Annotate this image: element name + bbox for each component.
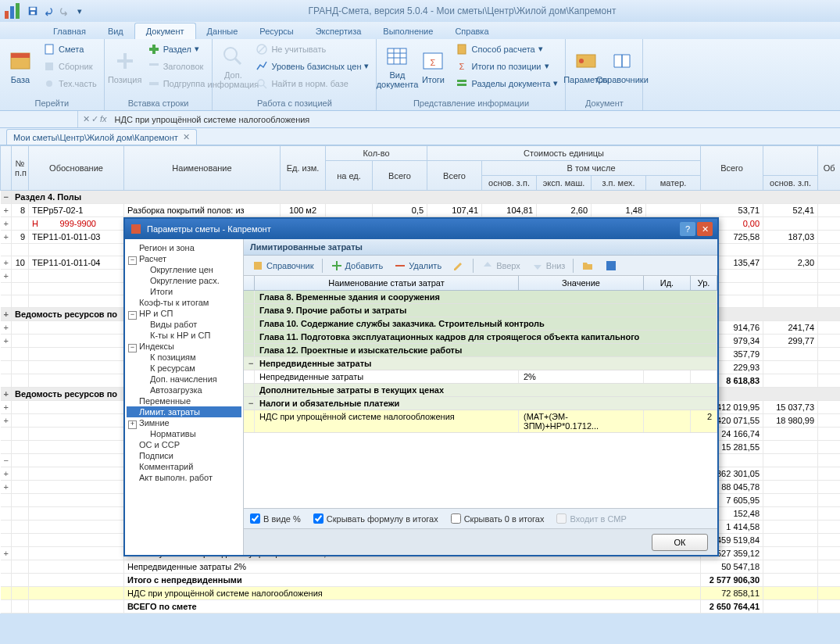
tree-zimnie[interactable]: Зимние (127, 417, 241, 428)
expand-toggle[interactable]: + (1, 414, 12, 428)
add-button[interactable]: Добавить (327, 258, 387, 274)
baza-button[interactable]: База (3, 41, 38, 92)
tree-ktynr[interactable]: К-ты к НР и СП (127, 330, 241, 341)
tree-itogi[interactable]: Итоги (127, 286, 241, 297)
ribbon-tabs: Главная Вид Документ Данные Ресурсы Эксп… (0, 22, 840, 39)
name-box[interactable] (0, 111, 78, 127)
dopinfo-button[interactable]: Доп. информация (216, 41, 250, 92)
path-tab[interactable]: Мои сметы\Центр\Жилой дом\Капремонт ✕ (6, 129, 197, 145)
itogi-button[interactable]: Σ Итоги (416, 41, 450, 92)
tree-kres[interactable]: К ресурсам (127, 363, 241, 374)
tech-button[interactable]: Тех.часть (39, 75, 101, 91)
tab-expertise[interactable]: Экспертиза (305, 23, 373, 39)
naiti-button[interactable]: Найти в норм. базе (252, 75, 373, 91)
edit-button[interactable] (449, 258, 468, 274)
tree-dopnach[interactable]: Доп. начисления (127, 374, 241, 385)
tree-komm[interactable]: Комментарий (127, 461, 241, 472)
redo-icon[interactable] (57, 4, 71, 18)
podgruppa-button[interactable]: Подгруппа (144, 75, 209, 91)
accept-icon[interactable]: ✓ (91, 114, 98, 124)
dialog-grid-header: Наименование статьи затрат Значение Ид. … (244, 276, 717, 291)
expand-toggle[interactable]: + (1, 388, 12, 401)
expand-toggle[interactable]: + (1, 256, 12, 270)
tree-norm[interactable]: Нормативы (127, 428, 241, 439)
expand-toggle[interactable]: + (1, 308, 12, 321)
expand-toggle[interactable]: + (1, 321, 12, 335)
dialog-grid-body[interactable]: Глава 8. Временные здания и сооружения Г… (244, 291, 717, 508)
sbornik-button[interactable]: Сборник (39, 58, 101, 74)
sprav-button[interactable]: Справочник (248, 258, 317, 274)
expand-toggle[interactable]: − (1, 191, 12, 204)
down-button[interactable]: Вниз (528, 258, 569, 274)
tree-okrcen[interactable]: Округление цен (127, 264, 241, 275)
tree-podpisi[interactable]: Подписи (127, 450, 241, 461)
qat-dropdown-icon[interactable]: ▾ (73, 4, 87, 18)
tab-execution[interactable]: Выполнение (372, 23, 444, 39)
tree-region[interactable]: Регион и зона (127, 242, 241, 253)
razddoc-button[interactable]: Разделы документа ▾ (452, 75, 562, 91)
viddoc-button[interactable]: Вид документа (380, 41, 414, 92)
params-button[interactable]: Параметры (569, 41, 603, 92)
fx-icon[interactable]: fx (100, 114, 107, 124)
expand-toggle[interactable]: + (1, 547, 12, 560)
tree-raschet[interactable]: Расчет (127, 253, 241, 264)
expand-toggle[interactable]: + (1, 231, 12, 244)
tree-avtozag[interactable]: Автозагрузка (127, 385, 241, 395)
save-button[interactable] (602, 258, 620, 274)
tree-limit[interactable]: Лимит. затраты (127, 406, 241, 417)
section-icon (148, 43, 160, 55)
check-skry0[interactable]: Скрывать 0 в итогах (451, 513, 545, 524)
sposob-button[interactable]: Способ расчета ▾ (452, 41, 562, 57)
zagolovok-button[interactable]: Заголовок (144, 58, 209, 74)
expand-toggle[interactable]: + (1, 467, 12, 481)
close-tab-icon[interactable]: ✕ (183, 132, 190, 142)
formula-input[interactable]: НДС при упрощённой системе налогообложен… (112, 115, 840, 124)
help-button[interactable]: ? (680, 222, 695, 236)
tab-view[interactable]: Вид (97, 23, 134, 39)
tab-home[interactable]: Главная (42, 23, 97, 39)
sprav-button[interactable]: Справочники (605, 41, 639, 92)
cancel-icon[interactable]: ✕ (83, 114, 90, 124)
tab-reference[interactable]: Справка (444, 23, 499, 39)
tab-data[interactable]: Данные (196, 23, 249, 39)
neuchit-button[interactable]: Не учитывать (252, 41, 373, 57)
position-button[interactable]: Позиция (108, 41, 142, 92)
delete-button[interactable]: Удалить (391, 258, 445, 274)
save-icon[interactable] (26, 4, 40, 18)
tree-vidy[interactable]: Виды работ (127, 319, 241, 330)
tree-nrsp[interactable]: НР и СП (127, 308, 241, 319)
tab-resources[interactable]: Ресурсы (248, 23, 304, 39)
subgroup-icon (148, 77, 160, 90)
tree-okrrash[interactable]: Округление расх. (127, 275, 241, 286)
expand-toggle[interactable]: − (1, 454, 12, 467)
close-button[interactable]: ✕ (697, 222, 713, 236)
expand-toggle[interactable]: + (1, 401, 12, 414)
check-skryform[interactable]: Скрывать формулу в итогах (313, 513, 438, 524)
dialog-tree[interactable]: Регион и зона Расчет Округление цен Окру… (125, 239, 244, 555)
razdel-button[interactable]: Раздел ▾ (144, 41, 209, 57)
expand-toggle[interactable]: + (1, 270, 12, 283)
minus-icon (394, 259, 406, 272)
up-button[interactable]: Вверх (478, 258, 524, 274)
tree-osssr[interactable]: ОС и ССР (127, 439, 241, 450)
expand-toggle[interactable]: + (1, 481, 12, 494)
smeta-button[interactable]: Смета (39, 41, 101, 57)
expand-toggle[interactable]: + (1, 217, 12, 231)
tree-koefk[interactable]: Коэф-ты к итогам (127, 297, 241, 308)
check-vvide[interactable]: В виде % (250, 513, 301, 524)
uroven-button[interactable]: Уровень базисных цен ▾ (252, 58, 373, 74)
title-bar: ▾ ГРАНД-Смета, версия 5.0.4 - Мои сметы\… (0, 0, 840, 22)
book-icon (43, 60, 55, 73)
ok-button[interactable]: ОК (652, 534, 708, 551)
dialog-titlebar[interactable]: Параметры сметы - Капремонт ? ✕ (125, 219, 717, 239)
open-button[interactable] (578, 258, 597, 274)
tree-kpoz[interactable]: К позициям (127, 352, 241, 363)
expand-toggle[interactable]: + (1, 204, 12, 217)
tree-aktvyp[interactable]: Акт выполн. работ (127, 472, 241, 483)
tree-peremen[interactable]: Переменные (127, 395, 241, 406)
itogipoz-button[interactable]: ΣИтоги по позиции ▾ (452, 58, 562, 74)
expand-toggle[interactable]: + (1, 335, 12, 348)
tree-indeksy[interactable]: Индексы (127, 341, 241, 352)
undo-icon[interactable] (41, 4, 55, 18)
tab-document[interactable]: Документ (134, 23, 196, 39)
